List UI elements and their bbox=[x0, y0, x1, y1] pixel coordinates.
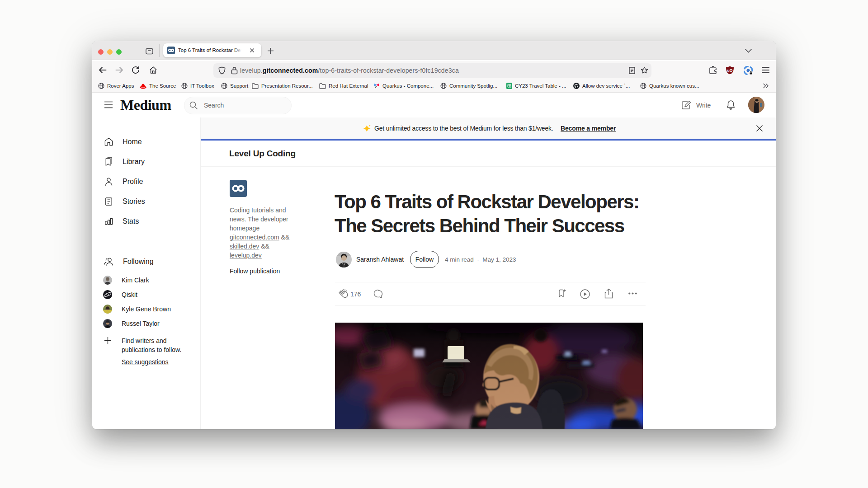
svg-text:uO: uO bbox=[727, 68, 733, 73]
